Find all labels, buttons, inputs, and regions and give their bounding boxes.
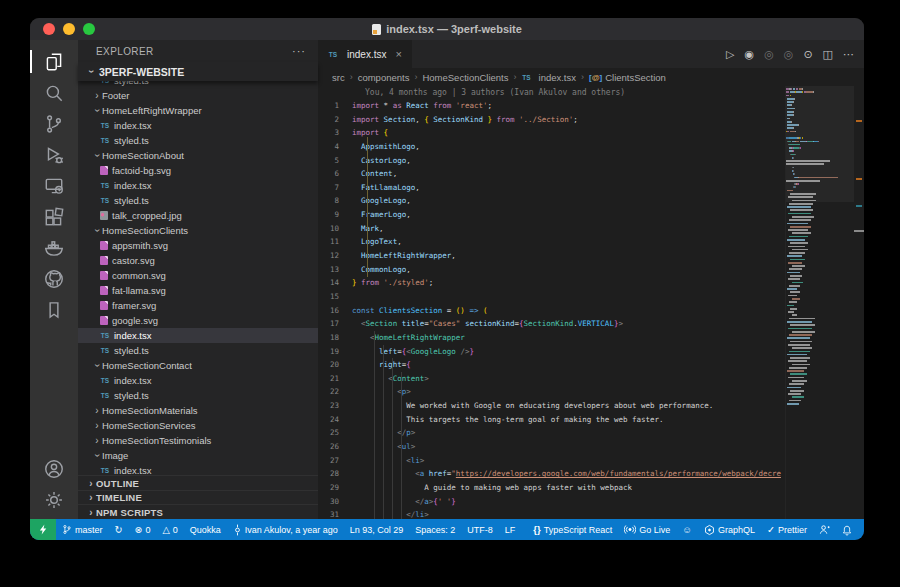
code-line-1[interactable]: 1import * as React from 'react'; (318, 99, 785, 113)
tree-item-HomeSectionServices[interactable]: ›HomeSectionServices (78, 418, 318, 433)
status-utf-8[interactable]: UTF-8 (461, 519, 499, 540)
line-number[interactable]: 29 (318, 481, 352, 495)
project-root-row[interactable]: › 3PERF-WEBSITE (78, 62, 318, 81)
sidebar-more-actions-icon[interactable]: ··· (292, 45, 306, 57)
line-number[interactable]: 12 (318, 249, 352, 263)
line-number[interactable]: 1 (318, 99, 352, 113)
line-number[interactable]: 6 (318, 167, 352, 181)
code-line-6[interactable]: 6 Content, (318, 167, 785, 181)
code-line-3[interactable]: 3import { (318, 126, 785, 140)
code-line-21[interactable]: 21 <Content> (318, 372, 785, 386)
tab-index-tsx[interactable]: TS index.tsx × (318, 40, 412, 68)
code-line-22[interactable]: 22 <p> (318, 385, 785, 399)
status-smiley[interactable]: ☺ (676, 519, 698, 540)
tree-item-styled.ts[interactable]: TSstyled.ts (78, 388, 318, 403)
code-line-30[interactable]: 30 </a>{' '} (318, 495, 785, 509)
quokka-stop-icon[interactable]: ◎ (764, 48, 774, 61)
status-lf[interactable]: LF (499, 519, 522, 540)
tree-item-common.svg[interactable]: common.svg (78, 268, 318, 283)
tree-item-styled.ts[interactable]: TSstyled.ts (78, 133, 318, 148)
line-number[interactable]: 18 (318, 331, 352, 345)
breadcrumb-components[interactable]: components (358, 72, 410, 83)
status-graphql[interactable]: GraphQL (698, 519, 761, 540)
tree-item-castor.svg[interactable]: castor.svg (78, 253, 318, 268)
code-line-19[interactable]: 19 left={<GoogleLogo />} (318, 345, 785, 359)
close-button[interactable] (43, 23, 55, 35)
tree-item-HomeSectionAbout[interactable]: ›HomeSectionAbout (78, 148, 318, 163)
debug-run-icon[interactable]: ⊙ (803, 48, 812, 61)
line-number[interactable]: 31 (318, 508, 352, 519)
code-line-14[interactable]: 14} from './styled'; (318, 276, 785, 290)
code-line-26[interactable]: 26 <ul> (318, 440, 785, 454)
tree-item-styled.ts[interactable]: TSstyled.ts (78, 343, 318, 358)
bookmarks-icon[interactable] (30, 294, 78, 325)
breadcrumb-HomeSectionClients[interactable]: HomeSectionClients (422, 72, 508, 83)
run-file-icon[interactable]: ▷ (726, 48, 734, 61)
code-line-18[interactable]: 18 <HomeLeftRightWrapper (318, 331, 785, 345)
line-number[interactable]: 27 (318, 454, 352, 468)
scrollbar-thumb[interactable] (854, 230, 864, 232)
status-typescript-react[interactable]: {}TypeScript React (527, 519, 618, 540)
tree-item-index.tsx[interactable]: TSindex.tsx (78, 463, 318, 475)
status-prettier[interactable]: ✓Prettier (761, 519, 813, 540)
tree-item-styled.ts[interactable]: TSstyled.ts (78, 81, 318, 88)
codelens-blame[interactable]: You, 4 months ago | 3 authors (Ivan Akul… (318, 86, 785, 99)
tree-item-index.tsx[interactable]: TSindex.tsx (78, 373, 318, 388)
tree-item-HomeSectionMaterials[interactable]: ›HomeSectionMaterials (78, 403, 318, 418)
code-line-8[interactable]: 8 GoogleLogo, (318, 194, 785, 208)
line-number[interactable]: 22 (318, 385, 352, 399)
line-number[interactable]: 19 (318, 345, 352, 359)
code-line-27[interactable]: 27 <li> (318, 454, 785, 468)
code-line-7[interactable]: 7 FatLlamaLogo, (318, 181, 785, 195)
tree-item-framer.svg[interactable]: framer.svg (78, 298, 318, 313)
tree-item-appsmith.svg[interactable]: appsmith.svg (78, 238, 318, 253)
tree-item-fat-llama.svg[interactable]: fat-llama.svg (78, 283, 318, 298)
code-line-12[interactable]: 12 HomeLeftRightWrapper, (318, 249, 785, 263)
tree-item-HomeSectionClients[interactable]: ›HomeSectionClients (78, 223, 318, 238)
docker-icon[interactable] (30, 232, 78, 263)
code-editor[interactable]: You, 4 months ago | 3 authors (Ivan Akul… (318, 86, 785, 519)
line-number[interactable]: 24 (318, 413, 352, 427)
status-go-live[interactable]: Go Live (618, 519, 676, 540)
tree-item-Footer[interactable]: ›Footer (78, 88, 318, 103)
tree-item-HomeSectionContact[interactable]: ›HomeSectionContact (78, 358, 318, 373)
line-number[interactable]: 25 (318, 426, 352, 440)
breadcrumb-src[interactable]: src (332, 72, 345, 83)
section-timeline[interactable]: ›TIMELINE (78, 490, 318, 505)
settings-gear-icon[interactable] (30, 484, 78, 515)
section-outline[interactable]: ›OUTLINE (78, 475, 318, 490)
search-icon[interactable] (30, 77, 78, 108)
code-line-15[interactable]: 15 (318, 290, 785, 304)
explorer-icon[interactable] (30, 46, 78, 77)
section-npm-scripts[interactable]: ›NPM SCRIPTS (78, 504, 318, 519)
minimize-button[interactable] (63, 23, 75, 35)
status-bell[interactable] (836, 519, 858, 540)
account-icon[interactable] (30, 453, 78, 484)
status-0[interactable]: △0 (156, 519, 183, 540)
tree-item-factoid-bg.svg[interactable]: factoid-bg.svg (78, 163, 318, 178)
tree-item-Image[interactable]: ›Image (78, 448, 318, 463)
code-line-2[interactable]: 2import Section, { SectionKind } from '.… (318, 113, 785, 127)
tree-item-styled.ts[interactable]: TSstyled.ts (78, 193, 318, 208)
code-line-4[interactable]: 4 AppsmithLogo, (318, 140, 785, 154)
breadcrumb-ClientsSection[interactable]: [@]ClientsSection (589, 72, 666, 83)
github-icon[interactable] (30, 263, 78, 294)
zoom-button[interactable] (83, 23, 95, 35)
tree-item-google.svg[interactable]: google.svg (78, 313, 318, 328)
code-line-17[interactable]: 17 <Section title="Cases" sectionKind={S… (318, 317, 785, 331)
line-number[interactable]: 3 (318, 126, 352, 140)
status-ln-93-col-29[interactable]: Ln 93, Col 29 (344, 519, 410, 540)
status-ivan-akulov-a-year-ago[interactable]: Ivan Akulov, a year ago (227, 519, 344, 540)
code-line-11[interactable]: 11 LogoText, (318, 235, 785, 249)
line-number[interactable]: 11 (318, 235, 352, 249)
code-line-28[interactable]: 28 <a href="https://developers.google.co… (318, 467, 785, 481)
code-line-5[interactable]: 5 CastorLogo, (318, 154, 785, 168)
tree-item-index.tsx[interactable]: TSindex.tsx (78, 328, 318, 343)
code-line-25[interactable]: 25 </p> (318, 426, 785, 440)
line-number[interactable]: 5 (318, 154, 352, 168)
line-number[interactable]: 20 (318, 358, 352, 372)
line-number[interactable]: 14 (318, 276, 352, 290)
line-number[interactable]: 15 (318, 290, 352, 304)
status-sync[interactable]: ↻ (109, 519, 129, 540)
line-number[interactable]: 2 (318, 113, 352, 127)
